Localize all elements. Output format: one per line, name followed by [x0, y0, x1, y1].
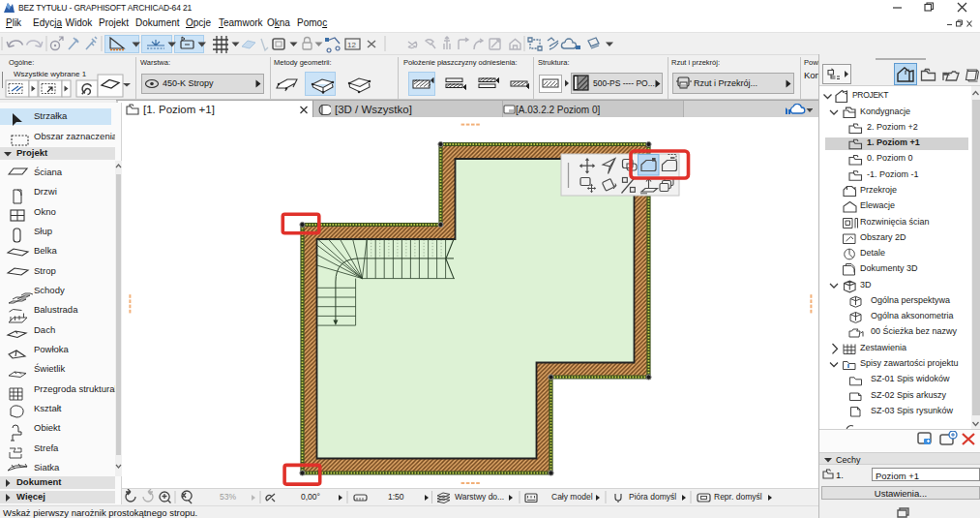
svg-text:12: 12: [347, 41, 356, 49]
